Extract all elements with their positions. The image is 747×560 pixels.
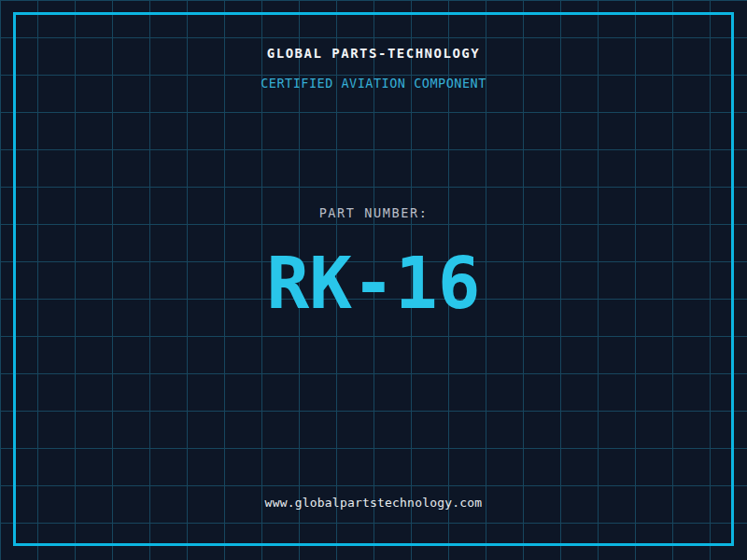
certification-subtitle: CERTIFIED AVIATION COMPONENT	[0, 76, 747, 91]
blueprint-grid-background: GLOBAL PARTS-TECHNOLOGY CERTIFIED AVIATI…	[0, 0, 747, 560]
website-url: www.globalpartstechnology.com	[0, 496, 747, 510]
part-number-value: RK-16	[0, 248, 747, 319]
part-number-label: PART NUMBER:	[0, 205, 747, 220]
company-name: GLOBAL PARTS-TECHNOLOGY	[0, 46, 747, 61]
